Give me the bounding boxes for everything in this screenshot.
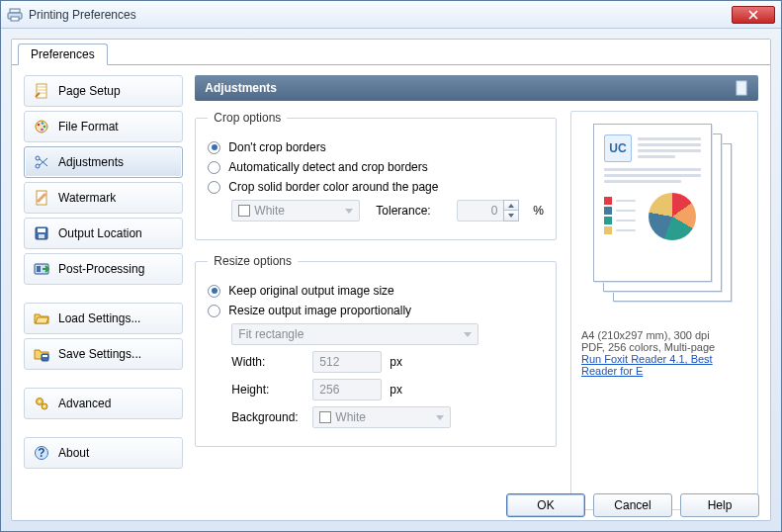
- folder-open-icon: [33, 310, 50, 327]
- spin-up-button[interactable]: [503, 200, 519, 211]
- preview-link[interactable]: Run Foxit Reader 4.1, Best Reader for E: [581, 353, 713, 377]
- sidebar-item-watermark[interactable]: Watermark: [24, 182, 183, 214]
- svg-rect-25: [737, 81, 746, 95]
- svg-rect-13: [38, 228, 45, 232]
- preview-logo-icon: UC: [604, 134, 632, 162]
- unit-label: px: [390, 383, 402, 397]
- svg-point-5: [38, 124, 41, 127]
- tolerance-value: 0: [491, 204, 498, 218]
- svg-rect-0: [10, 9, 20, 13]
- sidebar-item-label: Advanced: [58, 397, 111, 410]
- crop-color-select[interactable]: White: [231, 200, 360, 222]
- tolerance-label: Tolerance:: [376, 204, 449, 218]
- radio-keep-size[interactable]: Keep original output image size: [208, 284, 544, 298]
- width-input[interactable]: 512: [312, 351, 382, 373]
- sidebar-item-label: Watermark: [58, 191, 116, 205]
- tab-label: Preferences: [31, 47, 95, 61]
- save-icon: [33, 224, 50, 242]
- titlebar: Printing Preferences: [1, 1, 781, 29]
- sidebar-item-page-setup[interactable]: Page Setup: [24, 75, 183, 107]
- width-label: Width:: [231, 355, 304, 369]
- ok-button[interactable]: OK: [506, 493, 585, 517]
- group-legend: Resize options: [208, 254, 298, 268]
- svg-point-6: [42, 122, 44, 125]
- unit-label: px: [390, 355, 402, 369]
- preview-panel: UC: [570, 111, 758, 510]
- pane-header: Adjustments: [195, 75, 758, 101]
- chevron-down-icon: [464, 332, 472, 337]
- background-color-select[interactable]: White: [312, 406, 451, 428]
- resize-mode-select[interactable]: Fit rectangle: [231, 323, 478, 345]
- chevron-up-icon: [508, 204, 514, 208]
- main-pane: Adjustments Crop options Don't crop bord…: [195, 75, 758, 510]
- printer-icon: [7, 7, 23, 23]
- chevron-down-icon: [508, 214, 514, 218]
- palette-icon: [33, 118, 50, 135]
- radio-solid-crop[interactable]: Crop solid border color around the page: [208, 180, 544, 194]
- spin-down-button[interactable]: [503, 211, 519, 222]
- sidebar-item-adjustments[interactable]: Adjustments: [24, 146, 183, 178]
- radio-icon: [208, 285, 220, 298]
- preview-image: UC: [585, 122, 743, 319]
- sidebar-item-label: File Format: [58, 120, 119, 133]
- color-swatch-icon: [319, 411, 331, 423]
- cancel-button[interactable]: Cancel: [593, 493, 672, 517]
- pane-title: Adjustments: [205, 81, 277, 95]
- preview-info-line2: PDF, 256 colors, Multi-page: [581, 341, 747, 353]
- sidebar-item-label: Page Setup: [58, 84, 121, 98]
- svg-point-22: [43, 405, 45, 407]
- pie-chart-icon: [649, 193, 696, 240]
- svg-rect-18: [43, 355, 47, 357]
- radio-icon: [208, 161, 220, 174]
- radio-label: Don't crop borders: [228, 140, 325, 154]
- preview-info-line1: A4 (210x297 mm), 300 dpi: [581, 329, 747, 341]
- document-icon: [733, 79, 750, 97]
- help-button[interactable]: Help: [680, 493, 759, 517]
- svg-rect-16: [37, 266, 41, 272]
- sidebar-item-load-settings[interactable]: Load Settings...: [24, 303, 183, 334]
- group-resize-options: Resize options Keep original output imag…: [195, 254, 557, 447]
- tab-strip: Preferences: [12, 40, 770, 65]
- svg-point-20: [39, 400, 41, 402]
- page-icon: [33, 82, 50, 100]
- dialog-button-row: OK Cancel Help: [506, 493, 759, 517]
- radio-label: Resize output image proportionally: [228, 304, 411, 317]
- svg-rect-2: [11, 17, 19, 21]
- process-icon: [33, 260, 50, 278]
- svg-point-7: [43, 126, 46, 129]
- radio-resize-proportional[interactable]: Resize output image proportionally: [208, 304, 544, 317]
- color-swatch-icon: [238, 205, 250, 217]
- help-icon: ?: [33, 444, 50, 462]
- client-area: Preferences Page Setup File Format: [11, 39, 771, 521]
- sidebar-item-label: Load Settings...: [58, 311, 140, 325]
- window-close-button[interactable]: [732, 6, 775, 24]
- scissors-icon: [33, 153, 50, 171]
- sidebar-item-about[interactable]: ? About: [24, 437, 183, 469]
- sidebar-item-advanced[interactable]: Advanced: [24, 388, 183, 419]
- height-label: Height:: [231, 383, 304, 397]
- tolerance-spinner[interactable]: 0: [457, 200, 519, 222]
- svg-text:?: ?: [38, 446, 44, 460]
- input-value: 256: [319, 383, 339, 397]
- folder-save-icon: [33, 345, 50, 363]
- sidebar-item-save-settings[interactable]: Save Settings...: [24, 338, 183, 370]
- gears-icon: [33, 395, 50, 412]
- radio-icon: [208, 141, 220, 154]
- window-title: Printing Preferences: [29, 8, 732, 22]
- sidebar-item-output-location[interactable]: Output Location: [24, 218, 183, 249]
- select-value: White: [335, 410, 366, 424]
- input-value: 512: [319, 355, 339, 369]
- tolerance-unit: %: [533, 204, 544, 218]
- svg-point-10: [36, 156, 40, 160]
- radio-auto-crop[interactable]: Automatically detect and crop borders: [208, 160, 544, 174]
- svg-point-8: [41, 129, 43, 132]
- chevron-down-icon: [345, 209, 353, 214]
- height-input[interactable]: 256: [312, 379, 382, 400]
- tab-preferences[interactable]: Preferences: [18, 44, 108, 65]
- sidebar-item-file-format[interactable]: File Format: [24, 111, 183, 142]
- background-label: Background:: [231, 410, 304, 424]
- sidebar-item-post-processing[interactable]: Post-Processing: [24, 253, 183, 285]
- select-value: White: [254, 204, 285, 218]
- sidebar-item-label: About: [58, 446, 89, 460]
- radio-dont-crop[interactable]: Don't crop borders: [208, 140, 544, 154]
